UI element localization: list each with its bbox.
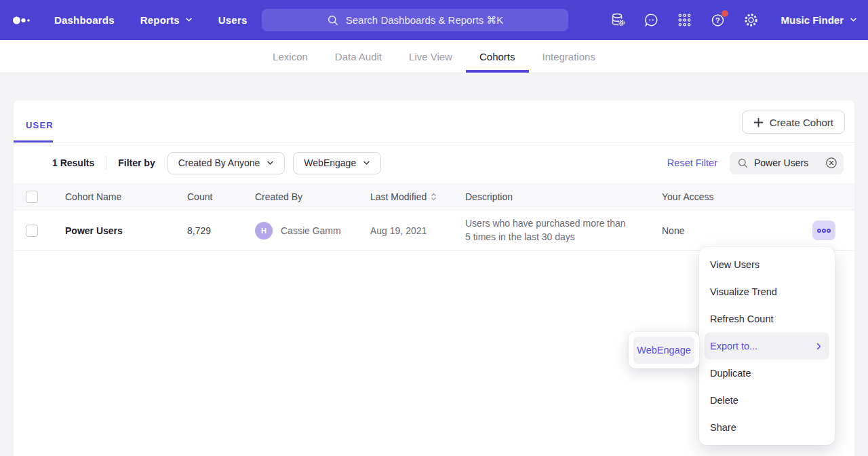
- plus-icon: [753, 117, 764, 128]
- project-name: Music Finder: [781, 14, 844, 26]
- integration-filter-value: WebEngage: [304, 157, 356, 168]
- three-dots-icon: [816, 227, 831, 234]
- tab-label: Lexicon: [273, 51, 308, 62]
- row-checkbox[interactable]: [26, 225, 38, 237]
- created-by-cell: H Cassie Gamm: [241, 222, 357, 240]
- menu-item-delete[interactable]: Delete: [699, 387, 835, 414]
- submenu-item-webengage[interactable]: WebEngage: [633, 337, 694, 364]
- column-header-label: Last Modified: [370, 191, 427, 202]
- user-tab-underline: [14, 140, 53, 142]
- export-to-submenu: WebEngage: [629, 332, 699, 368]
- integration-filter-dropdown[interactable]: WebEngage: [293, 152, 381, 174]
- tab-label: USER: [26, 120, 54, 130]
- column-header-your-access[interactable]: Your Access: [648, 191, 800, 202]
- help-icon[interactable]: ?: [710, 12, 726, 28]
- filter-bar: 1 Results Filter by Created By Anyone We…: [14, 142, 854, 183]
- tab-lexicon[interactable]: Lexicon: [259, 40, 321, 73]
- avatar: H: [255, 222, 273, 240]
- cohort-description: Users who have purchased more than 5 tim…: [452, 217, 648, 244]
- column-header-cohort-name[interactable]: Cohort Name: [52, 191, 174, 202]
- global-search-placeholder: Search Dashboards & Reports ⌘K: [346, 14, 504, 26]
- circle-x-icon: [825, 157, 837, 169]
- nav-item-label: Dashboards: [54, 14, 115, 26]
- svg-text:?: ?: [716, 16, 721, 24]
- tab-live-view[interactable]: Live View: [395, 40, 466, 73]
- results-count: 1 Results: [52, 157, 94, 168]
- last-modified: Aug 19, 2021: [357, 225, 452, 236]
- primary-nav: Dashboards Reports Users: [54, 14, 247, 26]
- cohort-name[interactable]: Power Users: [52, 225, 174, 236]
- menu-item-export-to[interactable]: Export to...: [705, 332, 829, 360]
- cohort-search-box[interactable]: [730, 152, 844, 174]
- cohort-count: 8,729: [174, 225, 241, 236]
- chevron-down-icon: [363, 161, 370, 166]
- global-search-bar[interactable]: Search Dashboards & Reports ⌘K: [262, 9, 568, 31]
- tab-integrations[interactable]: Integrations: [529, 40, 609, 73]
- created-by-name: Cassie Gamm: [281, 225, 341, 236]
- create-cohort-button[interactable]: Create Cohort: [742, 111, 845, 134]
- tab-label: Live View: [409, 51, 452, 62]
- created-by-value: Created By Anyone: [178, 157, 260, 168]
- messages-icon[interactable]: [644, 12, 659, 28]
- clear-search-button[interactable]: [825, 157, 837, 169]
- menu-item-view-users[interactable]: View Users: [699, 251, 835, 278]
- sort-icon: [431, 192, 437, 202]
- menu-item-duplicate[interactable]: Duplicate: [699, 360, 835, 387]
- tab-label: Data Audit: [335, 51, 382, 62]
- project-switcher[interactable]: Music Finder: [781, 14, 857, 26]
- active-tab-underline: [466, 70, 529, 73]
- column-header-count[interactable]: Count: [174, 191, 241, 202]
- secondary-nav: Lexicon Data Audit Live View Cohorts Int…: [0, 40, 868, 73]
- chevron-down-icon: [267, 161, 274, 166]
- dots-logo-icon: [12, 15, 33, 26]
- menu-item-visualize-trend[interactable]: Visualize Trend: [699, 278, 835, 305]
- nav-item-label: Users: [218, 14, 248, 26]
- row-more-actions-button[interactable]: [812, 221, 835, 240]
- notification-dot: [722, 10, 728, 17]
- tab-label: Cohorts: [479, 51, 515, 62]
- nav-item-dashboards[interactable]: Dashboards: [54, 14, 115, 26]
- reset-filter-link[interactable]: Reset Filter: [667, 157, 717, 168]
- top-navbar: Dashboards Reports Users Search Dashboar…: [0, 0, 868, 40]
- divider: [106, 156, 106, 170]
- settings-gear-icon[interactable]: [743, 12, 759, 28]
- row-actions-menu: View Users Visualize Trend Refresh Count…: [699, 247, 835, 445]
- chevron-down-icon: [850, 18, 857, 22]
- data-management-icon[interactable]: [610, 12, 626, 28]
- menu-item-share[interactable]: Share: [699, 414, 835, 441]
- column-header-description[interactable]: Description: [452, 191, 648, 202]
- menu-item-refresh-count[interactable]: Refresh Count: [699, 305, 835, 332]
- row-checkbox-cell: [14, 225, 52, 237]
- tab-data-audit[interactable]: Data Audit: [321, 40, 395, 73]
- header-checkbox-cell: [14, 191, 52, 203]
- mixpanel-logo[interactable]: [12, 15, 33, 26]
- chevron-right-icon: [816, 343, 821, 350]
- row-actions-cell: [800, 221, 854, 240]
- search-icon: [327, 14, 339, 26]
- tab-cohorts[interactable]: Cohorts: [466, 40, 529, 73]
- column-header-created-by[interactable]: Created By: [241, 191, 357, 202]
- navbar-right-cluster: ? Music Finder: [610, 0, 857, 40]
- search-icon: [737, 157, 749, 169]
- nav-item-label: Reports: [140, 14, 180, 26]
- nav-item-reports[interactable]: Reports: [140, 14, 193, 26]
- panel-tabstrip: USER Create Cohort: [14, 100, 854, 142]
- tab-user-cohorts[interactable]: USER: [26, 120, 54, 130]
- filter-by-label: Filter by: [118, 157, 155, 168]
- apps-grid-icon[interactable]: [677, 12, 692, 28]
- tab-label: Integrations: [542, 51, 595, 62]
- table-header-row: Cohort Name Count Created By Last Modifi…: [14, 183, 854, 210]
- your-access-value: None: [648, 225, 800, 236]
- menu-item-label: Export to...: [710, 341, 757, 352]
- create-cohort-label: Create Cohort: [770, 117, 833, 128]
- chevron-down-icon: [185, 18, 193, 22]
- nav-item-users[interactable]: Users: [218, 14, 248, 26]
- column-header-last-modified[interactable]: Last Modified: [357, 191, 452, 202]
- cohort-search-input[interactable]: [754, 157, 816, 168]
- created-by-dropdown[interactable]: Created By Anyone: [167, 152, 285, 174]
- table-row[interactable]: Power Users 8,729 H Cassie Gamm Aug 19, …: [14, 210, 854, 251]
- select-all-checkbox[interactable]: [26, 191, 38, 203]
